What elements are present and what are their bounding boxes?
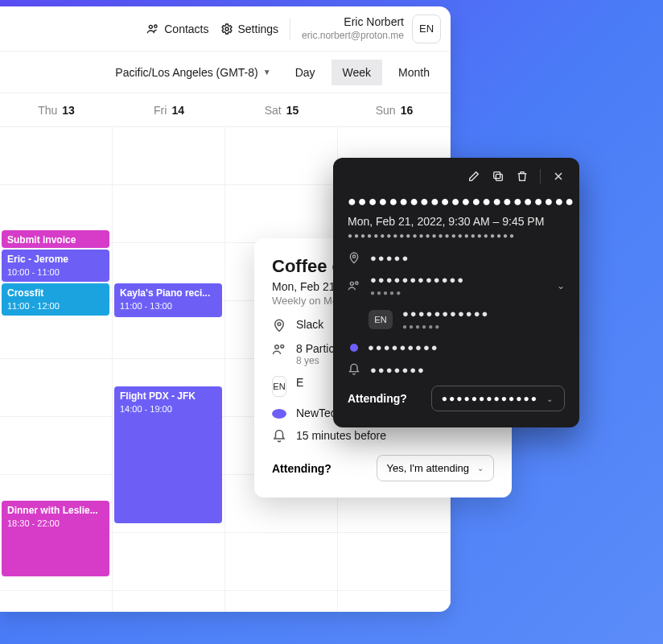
dark-event-title: ●●●●●●●●●●●●●●●●●●●●●● <box>348 193 565 210</box>
event-submit-invoice[interactable]: Submit invoice <box>2 230 109 248</box>
trash-icon[interactable] <box>516 170 529 183</box>
svg-point-2 <box>225 27 229 31</box>
chevron-down-icon[interactable]: ⌄ <box>557 280 565 291</box>
svg-point-9 <box>350 282 353 285</box>
contacts-icon <box>146 23 159 35</box>
participants-sub: 8 yes <box>296 355 337 366</box>
participants-icon <box>272 342 286 357</box>
event-kaylas-piano[interactable]: Kayla's Piano reci...11:00 - 13:00 <box>114 283 222 317</box>
attending-select[interactable]: Yes, I'm attending ⌄ <box>377 455 494 481</box>
dark-participants-sub: ●●●●● <box>370 288 402 297</box>
dark-event-sub: ●●●●●●●●●●●●●●●●●●●●●●●●●● <box>348 231 565 240</box>
svg-point-1 <box>154 25 157 27</box>
svg-point-4 <box>275 345 279 349</box>
topbar-divider <box>290 18 290 40</box>
attending-label: Attending? <box>272 462 332 475</box>
dark-attending-label: Attending? <box>348 392 407 405</box>
day-header-sat[interactable]: Sat15 <box>225 93 338 126</box>
event-time: 14:00 - 19:00 <box>120 403 216 415</box>
dark-reminder: ●●●●●●● <box>370 364 426 376</box>
dark-participant-avatar: EN <box>369 310 393 329</box>
dark-attending-row: Attending? ●●●●●●●●●●●●● ⌄ <box>348 386 565 411</box>
gear-icon <box>220 23 233 35</box>
view-day-button[interactable]: Day <box>284 60 327 85</box>
copy-icon[interactable] <box>492 170 504 183</box>
svg-point-10 <box>356 282 358 284</box>
user-email: eric.norbert@proton.me <box>302 30 404 42</box>
popup-dark-actions <box>348 169 565 184</box>
event-time: 10:00 - 11:00 <box>7 266 104 278</box>
contacts-link[interactable]: Contacts <box>146 23 208 35</box>
calendar-name: NewTec <box>296 407 336 419</box>
action-divider <box>540 169 541 184</box>
event-time: 11:00 - 12:00 <box>7 300 104 312</box>
event-reminder-row: 15 minutes before <box>272 429 494 444</box>
participants-icon <box>348 279 360 292</box>
user-name: Eric Norbert <box>302 15 404 30</box>
close-icon[interactable] <box>552 170 565 183</box>
caret-down-icon: ▼ <box>263 68 271 76</box>
day-header-sun[interactable]: Sun16 <box>338 93 451 126</box>
event-title: Dinner with Leslie... <box>7 505 104 518</box>
dark-location-row: ●●●●● <box>348 251 565 264</box>
svg-rect-7 <box>494 172 500 179</box>
timezone-select[interactable]: Pacific/Los Angeles (GMT-8) ▼ <box>107 61 278 84</box>
dark-attending-select[interactable]: ●●●●●●●●●●●●● ⌄ <box>431 386 565 411</box>
toolbar: Pacific/Los Angeles (GMT-8) ▼ Day Week M… <box>0 52 451 93</box>
event-popup-dark: ●●●●●●●●●●●●●●●●●●●●●● Mon, Feb 21, 2022… <box>333 158 579 427</box>
dark-calendar-name: ●●●●●●●●● <box>368 341 439 353</box>
event-title: Flight PDX - JFK <box>120 390 216 403</box>
event-crossfit[interactable]: Crossfit11:00 - 12:00 <box>2 283 109 316</box>
event-time: 18:30 - 22:00 <box>7 518 104 529</box>
svg-point-5 <box>281 345 284 348</box>
view-month-button[interactable]: Month <box>387 60 441 85</box>
view-week-button[interactable]: Week <box>332 60 383 85</box>
timezone-label: Pacific/Los Angeles (GMT-8) <box>115 66 257 79</box>
user-block[interactable]: Eric Norbert eric.norbert@proton.me EN <box>302 14 441 43</box>
dark-participants-row: ●●●●●●●●●●●● ●●●●● ⌄ <box>348 274 565 298</box>
dark-event-date: Mon, Feb 21, 2022, 9:30 AM – 9:45 PM <box>348 215 565 228</box>
contacts-label: Contacts <box>164 23 208 35</box>
chevron-down-icon: ⌄ <box>546 394 554 403</box>
bell-icon <box>272 429 286 444</box>
topbar: Contacts Settings Eric Norbert eric.norb… <box>0 6 451 52</box>
bell-icon <box>348 363 360 376</box>
event-dinner-leslie[interactable]: Dinner with Leslie...18:30 - 22:00 <box>2 501 109 576</box>
avatar[interactable]: EN <box>412 14 441 43</box>
svg-point-8 <box>352 255 355 258</box>
calendar-color-dot <box>350 344 358 352</box>
edit-icon[interactable] <box>467 170 480 183</box>
dark-attending-value: ●●●●●●●●●●●●● <box>442 393 538 404</box>
attending-value: Yes, I'm attending <box>387 462 469 474</box>
location-icon <box>272 318 286 332</box>
day-header-fri[interactable]: Fri14 <box>113 93 225 126</box>
event-title: Crossfit <box>7 287 104 300</box>
svg-rect-6 <box>496 174 502 180</box>
event-eric-jerome[interactable]: Eric - Jerome10:00 - 11:00 <box>2 250 109 282</box>
event-time: 11:00 - 13:00 <box>120 300 216 312</box>
dark-participants: ●●●●●●●●●●●● <box>370 274 465 286</box>
svg-point-0 <box>150 25 153 28</box>
dark-location: ●●●●● <box>370 252 410 264</box>
dark-calendar-row: ●●●●●●●●● <box>348 341 565 353</box>
participants-count: 8 Partici <box>296 342 337 355</box>
calendar-color-dot <box>272 409 286 419</box>
day-headers: Thu13 Fri14 Sat15 Sun16 <box>0 93 451 127</box>
event-title: Kayla's Piano reci... <box>120 287 216 300</box>
event-title: Eric - Jerome <box>7 254 104 266</box>
participant-name: E <box>296 376 303 389</box>
chevron-down-icon: ⌄ <box>477 464 484 473</box>
dark-participant-name: ●●●●●●●●●●● <box>402 308 489 320</box>
dark-participant-row: EN ●●●●●●●●●●● ●●●●●● <box>348 308 565 332</box>
dark-reminder-row: ●●●●●●● <box>348 363 565 376</box>
settings-link[interactable]: Settings <box>220 23 279 35</box>
reminder-text: 15 minutes before <box>296 429 386 442</box>
event-flight[interactable]: Flight PDX - JFK14:00 - 19:00 <box>114 386 222 523</box>
attending-row: Attending? Yes, I'm attending ⌄ <box>272 455 494 481</box>
settings-label: Settings <box>238 23 279 35</box>
svg-point-3 <box>278 323 281 326</box>
event-title: Submit invoice <box>7 234 104 247</box>
event-location: Slack <box>296 318 323 331</box>
day-header-thu[interactable]: Thu13 <box>0 93 113 126</box>
dark-participant-sub: ●●●●●● <box>402 322 441 331</box>
